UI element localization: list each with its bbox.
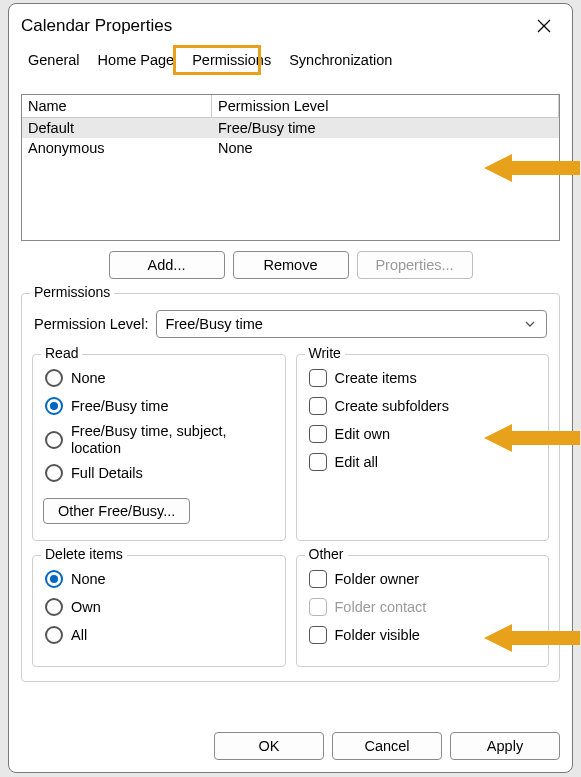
permissions-legend: Permissions	[30, 284, 114, 300]
calendar-properties-dialog: Calendar Properties General Home Page Pe…	[8, 3, 573, 773]
other-folder-contact-checkbox: Folder contact	[309, 596, 537, 618]
delete-own-label: Own	[71, 599, 101, 615]
read-free-busy-subject-label: Free/Busy time, subject, location	[71, 423, 273, 456]
header-name[interactable]: Name	[22, 95, 212, 118]
write-edit-all-label: Edit all	[335, 454, 379, 470]
titlebar: Calendar Properties	[9, 4, 572, 44]
read-group: Read None Free/Busy time Free/Busy time,…	[32, 354, 286, 541]
other-folder-visible-label: Folder visible	[335, 627, 420, 643]
radio-icon	[45, 369, 63, 387]
properties-button: Properties...	[357, 251, 473, 279]
cancel-button[interactable]: Cancel	[332, 732, 442, 760]
radio-icon	[45, 464, 63, 482]
read-none-radio[interactable]: None	[45, 367, 273, 389]
checkbox-icon	[309, 397, 327, 415]
checkbox-icon	[309, 598, 327, 616]
permission-level-row: Permission Level: Free/Busy time	[34, 310, 547, 338]
write-create-items-label: Create items	[335, 370, 417, 386]
add-button[interactable]: Add...	[109, 251, 225, 279]
radio-icon	[45, 397, 63, 415]
window-title: Calendar Properties	[21, 16, 172, 36]
write-create-subfolders-label: Create subfolders	[335, 398, 449, 414]
write-edit-own-label: Edit own	[335, 426, 391, 442]
radio-icon	[45, 598, 63, 616]
read-free-busy-subject-radio[interactable]: Free/Busy time, subject, location	[45, 423, 273, 456]
list-header: Name Permission Level	[22, 95, 559, 118]
checkbox-icon	[309, 369, 327, 387]
ok-button[interactable]: OK	[214, 732, 324, 760]
write-legend: Write	[305, 345, 345, 361]
delete-none-label: None	[71, 571, 106, 587]
radio-icon	[45, 626, 63, 644]
annotation-arrow-icon	[484, 420, 580, 456]
delete-none-radio[interactable]: None	[45, 568, 273, 590]
other-legend: Other	[305, 546, 348, 562]
tab-home-page[interactable]: Home Page	[89, 47, 184, 75]
delete-all-radio[interactable]: All	[45, 624, 273, 646]
svg-marker-0	[484, 154, 580, 182]
checkbox-icon	[309, 425, 327, 443]
permissions-group: Permissions Permission Level: Free/Busy …	[21, 293, 560, 682]
cell-name: Default	[22, 118, 212, 138]
permissions-list[interactable]: Name Permission Level Default Free/Busy …	[21, 94, 560, 241]
list-buttons-row: Add... Remove Properties...	[21, 251, 560, 279]
header-permission-level[interactable]: Permission Level	[212, 95, 559, 118]
tab-general[interactable]: General	[19, 47, 89, 75]
permission-level-value: Free/Busy time	[165, 316, 263, 332]
delete-legend: Delete items	[41, 546, 127, 562]
list-row[interactable]: Default Free/Busy time	[22, 118, 559, 138]
other-folder-owner-checkbox[interactable]: Folder owner	[309, 568, 537, 590]
annotation-arrow-icon	[484, 150, 580, 186]
read-free-busy-radio[interactable]: Free/Busy time	[45, 395, 273, 417]
radio-icon	[45, 570, 63, 588]
write-create-subfolders-checkbox[interactable]: Create subfolders	[309, 395, 537, 417]
cell-name: Anonymous	[22, 138, 212, 158]
svg-marker-1	[484, 424, 580, 452]
other-folder-owner-label: Folder owner	[335, 571, 420, 587]
read-legend: Read	[41, 345, 82, 361]
list-row[interactable]: Anonymous None	[22, 138, 559, 158]
other-free-busy-button[interactable]: Other Free/Busy...	[43, 498, 190, 524]
permission-level-select[interactable]: Free/Busy time	[156, 310, 547, 338]
apply-button[interactable]: Apply	[450, 732, 560, 760]
tab-strip: General Home Page Permissions Synchroniz…	[9, 46, 572, 76]
cell-level: Free/Busy time	[212, 118, 559, 138]
dialog-footer: OK Cancel Apply	[9, 724, 572, 772]
read-free-busy-label: Free/Busy time	[71, 398, 169, 414]
close-icon	[537, 19, 551, 33]
read-full-details-radio[interactable]: Full Details	[45, 462, 273, 484]
delete-group: Delete items None Own All	[32, 555, 286, 667]
read-full-details-label: Full Details	[71, 465, 143, 481]
remove-button[interactable]: Remove	[233, 251, 349, 279]
read-none-label: None	[71, 370, 106, 386]
write-create-items-checkbox[interactable]: Create items	[309, 367, 537, 389]
checkbox-icon	[309, 453, 327, 471]
tab-synchronization[interactable]: Synchronization	[280, 47, 401, 75]
checkbox-icon	[309, 626, 327, 644]
radio-icon	[45, 431, 63, 449]
chevron-down-icon	[524, 318, 536, 330]
checkbox-icon	[309, 570, 327, 588]
permission-level-label: Permission Level:	[34, 316, 148, 332]
svg-marker-2	[484, 624, 580, 652]
tab-permissions[interactable]: Permissions	[183, 47, 280, 75]
delete-all-label: All	[71, 627, 87, 643]
close-button[interactable]	[522, 10, 566, 42]
other-folder-contact-label: Folder contact	[335, 599, 427, 615]
annotation-arrow-icon	[484, 620, 580, 656]
delete-own-radio[interactable]: Own	[45, 596, 273, 618]
